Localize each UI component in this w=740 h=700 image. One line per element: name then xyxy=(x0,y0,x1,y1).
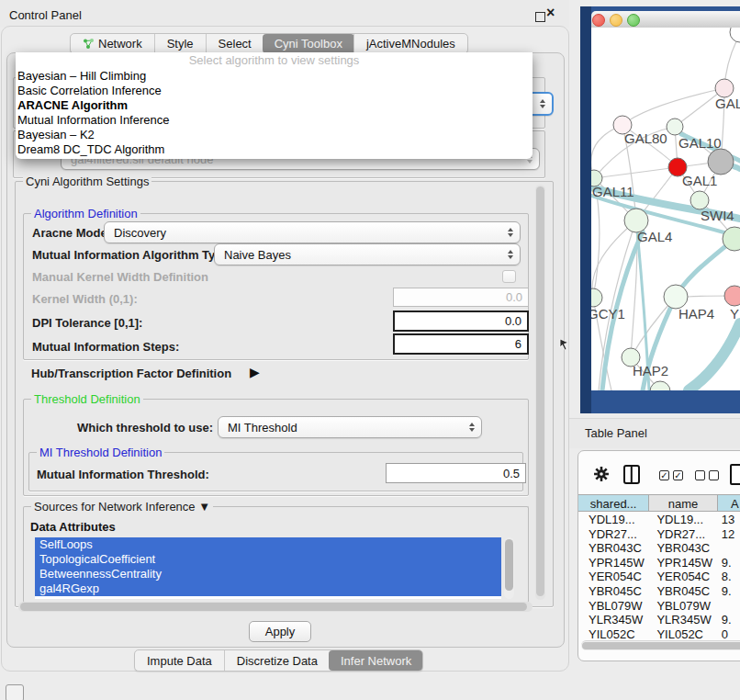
node-label: HAP2 xyxy=(633,363,668,378)
node-label: GAL4 xyxy=(637,229,672,244)
control-panel-titlebar xyxy=(0,0,569,28)
table-row[interactable]: YDL19...YDL19...13 xyxy=(578,513,740,527)
tab-cyni-toolbox[interactable]: Cyni Toolbox xyxy=(263,34,354,53)
table-row[interactable]: YBL079WYBL079W xyxy=(578,599,740,614)
manual-kernel-width-checkbox[interactable] xyxy=(502,270,516,283)
attributes-vertical-scrollbar[interactable] xyxy=(504,537,514,599)
attribute-list-item[interactable]: gal4RGexp xyxy=(35,581,501,596)
sources-collapse-arrow-icon[interactable]: ▼ xyxy=(198,500,210,514)
network-node-gcy1[interactable] xyxy=(591,288,602,307)
settings-vertical-scrollbar[interactable] xyxy=(535,185,545,600)
algorithm-dropdown-popup: Select algorithm to view settings Bayesi… xyxy=(16,52,533,159)
dropdown-item[interactable]: Bayesian – K2 xyxy=(16,128,533,142)
tab-impute-data[interactable]: Impute Data xyxy=(135,650,224,671)
table-cell: YBL079W xyxy=(649,599,717,614)
select-all-columns-icon[interactable]: ✓✓ xyxy=(659,470,683,480)
mi-steps-field[interactable]: 6 xyxy=(393,333,529,355)
network-node-gal10[interactable] xyxy=(667,119,683,135)
table-cell: YBR045C xyxy=(578,584,649,599)
gear-icon[interactable] xyxy=(593,466,610,482)
table-row[interactable]: YPR145WYPR145W9. xyxy=(578,556,740,570)
network-node[interactable] xyxy=(730,28,740,42)
mi-threshold-value: 0.5 xyxy=(503,467,520,480)
column-header[interactable]: shared... xyxy=(578,494,649,512)
which-threshold-combo[interactable]: MI Threshold xyxy=(218,416,482,438)
tab-label: jActiveMNodules xyxy=(366,37,455,51)
network-node-gal[interactable] xyxy=(715,79,734,97)
table-cell: YBR045C xyxy=(649,584,717,599)
mi-algorithm-type-label: Mutual Information Algorithm Type: xyxy=(32,248,233,262)
control-panel-title: Control Panel xyxy=(9,8,82,22)
zoom-traffic-light-icon[interactable] xyxy=(627,14,640,27)
mi-threshold-label: Mutual Information Threshold: xyxy=(37,468,209,481)
apply-button[interactable]: Apply xyxy=(249,621,311,642)
algorithm-definition-title: Algorithm Definition xyxy=(31,207,140,220)
network-node-swi4[interactable] xyxy=(690,191,709,209)
table-cell: 9. xyxy=(718,613,740,627)
node-label: GAL1 xyxy=(682,173,717,188)
tab-discretize-data[interactable]: Discretize Data xyxy=(224,650,330,671)
network-edge[interactable] xyxy=(594,167,678,178)
apply-button-label: Apply xyxy=(265,625,296,638)
table-rows: YDL19...YDL19...13YDR27...YDR27...12YBR0… xyxy=(578,513,740,638)
node-label: GAL80 xyxy=(624,130,667,146)
which-threshold-label: Which threshold to use: xyxy=(77,421,213,435)
tab-infer-network[interactable]: Infer Network xyxy=(329,650,423,671)
attribute-list-item[interactable]: BetweennessCentrality xyxy=(35,567,501,581)
close-icon[interactable]: × xyxy=(546,5,555,21)
dropdown-item[interactable]: ARACNE Algorithm xyxy=(16,98,533,113)
dropdown-item[interactable]: Bayesian – Hill Climbing xyxy=(16,69,533,84)
table-row[interactable]: YBR043CYBR043C xyxy=(578,541,740,556)
tab-select[interactable]: Select xyxy=(206,34,263,53)
network-icon xyxy=(83,38,95,50)
dropdown-item[interactable]: Mutual Information Inference xyxy=(16,113,533,128)
minimize-traffic-light-icon[interactable] xyxy=(610,14,622,27)
table-row[interactable]: YLR345WYLR345W9. xyxy=(578,613,740,627)
combo-stepper-icon xyxy=(540,99,545,108)
float-window-icon[interactable] xyxy=(535,12,545,22)
table-row[interactable]: YDR27...YDR27...12 xyxy=(578,527,740,542)
deselect-all-columns-icon[interactable] xyxy=(695,470,719,480)
column-header[interactable]: name xyxy=(649,494,717,512)
minimized-panel-button[interactable] xyxy=(6,684,24,700)
mi-steps-label: Mutual Information Steps: xyxy=(32,340,179,354)
mi-threshold-definition-title: MI Threshold Definition xyxy=(37,446,164,459)
network-node-y[interactable] xyxy=(724,286,740,306)
tab-style[interactable]: Style xyxy=(154,34,206,53)
tab-network[interactable]: Network xyxy=(71,34,154,53)
aracne-mode-combo[interactable]: Discovery xyxy=(104,221,521,243)
column-header[interactable]: A xyxy=(718,494,740,512)
dropdown-item[interactable]: Dream8 DC_TDC Algorithm xyxy=(16,142,533,157)
network-edge[interactable] xyxy=(689,323,740,390)
kernel-width-field[interactable]: 0.0 xyxy=(393,288,529,307)
table-cell: YDL19... xyxy=(649,513,717,527)
network-canvas[interactable]: GALGAL80GAL10GAL1GAL11SWI4GAL4GCY1HAP4YH… xyxy=(591,28,740,390)
tab-jactivemnodules[interactable]: jActiveMNodules xyxy=(353,34,467,53)
table-cell: YPR145W xyxy=(649,556,717,570)
table-cell: YER054C xyxy=(649,570,717,584)
node-label: GAL xyxy=(715,96,740,111)
kernel-width-value: 0.0 xyxy=(506,290,522,304)
mi-algorithm-type-combo[interactable]: Naive Bayes xyxy=(214,243,521,265)
data-attributes-list[interactable]: SelfLoopsTopologicalCoefficientBetweenne… xyxy=(35,537,501,599)
mi-threshold-field[interactable]: 0.5 xyxy=(386,463,526,483)
settings-horizontal-scrollbar[interactable] xyxy=(18,602,533,612)
dropdown-item[interactable]: Basic Correlation Inference xyxy=(16,84,533,98)
column-selector-icon[interactable] xyxy=(623,465,640,484)
close-traffic-light-icon[interactable] xyxy=(592,14,605,27)
table-horizontal-scrollbar[interactable] xyxy=(581,640,740,650)
table-cell: YLR345W xyxy=(649,613,717,627)
network-node[interactable] xyxy=(708,149,734,175)
tab-label: Cyni Toolbox xyxy=(275,37,342,51)
table-cell: YLR345W xyxy=(578,613,649,627)
new-table-icon[interactable] xyxy=(730,464,740,485)
attribute-list-item[interactable]: SelfLoops xyxy=(35,537,501,552)
attribute-list-item[interactable]: TopologicalCoefficient xyxy=(35,552,501,567)
table-row[interactable]: YIL052CYIL052C0 xyxy=(578,627,740,638)
table-row[interactable]: YBR045CYBR045C9. xyxy=(578,584,740,599)
sources-title-text: Sources for Network Inference xyxy=(34,500,196,514)
hub-expand-arrow-icon[interactable]: ▶ xyxy=(250,365,260,379)
table-row[interactable]: YER054CYER054C8. xyxy=(578,570,740,584)
combo-stepper-icon xyxy=(469,423,475,432)
dpi-tolerance-field[interactable]: 0.0 xyxy=(393,310,529,332)
